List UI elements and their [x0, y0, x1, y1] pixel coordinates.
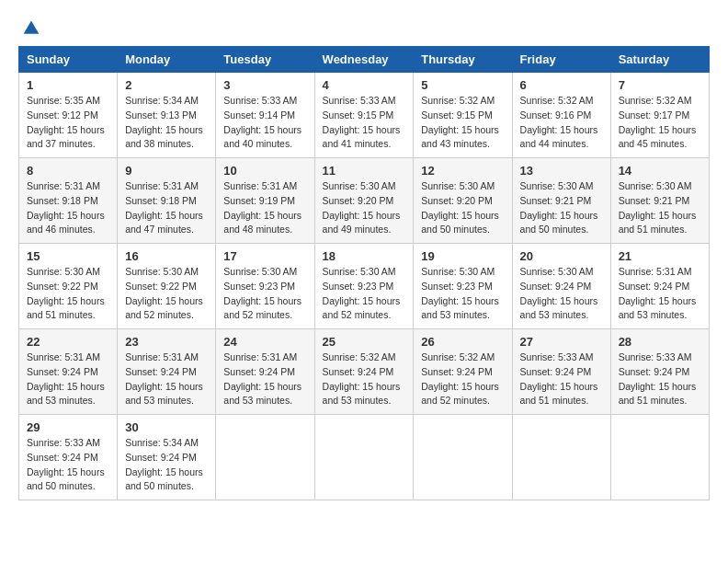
calendar-day-10: 10 Sunrise: 5:31 AMSunset: 9:19 PMDaylig… — [216, 158, 314, 244]
day-info: Sunrise: 5:31 AMSunset: 9:24 PMDaylight:… — [223, 351, 301, 406]
day-number: 14 — [619, 164, 701, 178]
day-info: Sunrise: 5:34 AMSunset: 9:13 PMDaylight:… — [125, 95, 203, 149]
day-info: Sunrise: 5:32 AMSunset: 9:24 PMDaylight:… — [421, 351, 499, 406]
calendar-day-15: 15 Sunrise: 5:30 AMSunset: 9:22 PMDaylig… — [19, 244, 118, 329]
calendar-day-3: 3 Sunrise: 5:33 AMSunset: 9:14 PMDayligh… — [216, 73, 314, 158]
calendar-week-row: 22 Sunrise: 5:31 AMSunset: 9:24 PMDaylig… — [19, 329, 710, 415]
day-info: Sunrise: 5:30 AMSunset: 9:23 PMDaylight:… — [223, 266, 301, 320]
column-header-sunday: Sunday — [19, 47, 118, 73]
day-number: 12 — [421, 164, 504, 178]
day-number: 8 — [27, 164, 109, 178]
day-number: 20 — [520, 249, 603, 263]
column-header-friday: Friday — [512, 47, 610, 73]
day-info: Sunrise: 5:31 AMSunset: 9:24 PMDaylight:… — [125, 351, 203, 406]
column-header-tuesday: Tuesday — [216, 47, 314, 73]
day-number: 3 — [223, 78, 306, 92]
calendar-day-7: 7 Sunrise: 5:32 AMSunset: 9:17 PMDayligh… — [610, 73, 709, 158]
day-number: 18 — [323, 249, 406, 263]
day-number: 26 — [421, 335, 504, 349]
day-info: Sunrise: 5:33 AMSunset: 9:14 PMDaylight:… — [223, 95, 301, 149]
calendar-day-19: 19 Sunrise: 5:30 AMSunset: 9:23 PMDaylig… — [414, 244, 512, 329]
calendar-day-2: 2 Sunrise: 5:34 AMSunset: 9:13 PMDayligh… — [118, 73, 216, 158]
calendar-day-24: 24 Sunrise: 5:31 AMSunset: 9:24 PMDaylig… — [216, 329, 314, 415]
day-number: 17 — [223, 249, 306, 263]
calendar-day-16: 16 Sunrise: 5:30 AMSunset: 9:22 PMDaylig… — [118, 244, 216, 329]
day-info: Sunrise: 5:32 AMSunset: 9:17 PMDaylight:… — [619, 95, 697, 149]
calendar-day-4: 4 Sunrise: 5:33 AMSunset: 9:15 PMDayligh… — [314, 73, 414, 158]
day-number: 16 — [125, 249, 208, 263]
calendar-day-12: 12 Sunrise: 5:30 AMSunset: 9:20 PMDaylig… — [414, 158, 512, 244]
day-info: Sunrise: 5:30 AMSunset: 9:23 PMDaylight:… — [421, 266, 499, 320]
calendar-day-13: 13 Sunrise: 5:30 AMSunset: 9:21 PMDaylig… — [512, 158, 610, 244]
calendar-day-17: 17 Sunrise: 5:30 AMSunset: 9:23 PMDaylig… — [216, 244, 314, 329]
day-number: 25 — [323, 335, 406, 349]
empty-cell — [414, 415, 512, 500]
day-info: Sunrise: 5:33 AMSunset: 9:15 PMDaylight:… — [323, 95, 401, 149]
calendar-week-row: 29 Sunrise: 5:33 AMSunset: 9:24 PMDaylig… — [19, 415, 710, 500]
calendar-day-6: 6 Sunrise: 5:32 AMSunset: 9:16 PMDayligh… — [512, 73, 610, 158]
day-number: 29 — [27, 420, 109, 434]
day-info: Sunrise: 5:30 AMSunset: 9:21 PMDaylight:… — [520, 180, 598, 235]
page-header — [18, 18, 710, 37]
logo — [18, 18, 40, 37]
day-info: Sunrise: 5:30 AMSunset: 9:22 PMDaylight:… — [125, 266, 203, 320]
day-number: 21 — [619, 249, 701, 263]
calendar-week-row: 8 Sunrise: 5:31 AMSunset: 9:18 PMDayligh… — [19, 158, 710, 244]
logo-icon — [22, 18, 40, 37]
empty-cell — [512, 415, 610, 500]
day-number: 4 — [323, 78, 406, 92]
day-info: Sunrise: 5:33 AMSunset: 9:24 PMDaylight:… — [520, 351, 598, 406]
day-info: Sunrise: 5:34 AMSunset: 9:24 PMDaylight:… — [125, 437, 203, 491]
calendar-day-8: 8 Sunrise: 5:31 AMSunset: 9:18 PMDayligh… — [19, 158, 118, 244]
day-number: 28 — [619, 335, 701, 349]
calendar-week-row: 15 Sunrise: 5:30 AMSunset: 9:22 PMDaylig… — [19, 244, 710, 329]
calendar-day-9: 9 Sunrise: 5:31 AMSunset: 9:18 PMDayligh… — [118, 158, 216, 244]
calendar-day-26: 26 Sunrise: 5:32 AMSunset: 9:24 PMDaylig… — [414, 329, 512, 415]
day-info: Sunrise: 5:31 AMSunset: 9:18 PMDaylight:… — [125, 180, 203, 235]
day-info: Sunrise: 5:30 AMSunset: 9:23 PMDaylight:… — [323, 266, 401, 320]
calendar-day-21: 21 Sunrise: 5:31 AMSunset: 9:24 PMDaylig… — [610, 244, 709, 329]
day-number: 19 — [421, 249, 504, 263]
day-number: 27 — [520, 335, 603, 349]
column-header-saturday: Saturday — [610, 47, 709, 73]
day-number: 13 — [520, 164, 603, 178]
day-info: Sunrise: 5:31 AMSunset: 9:24 PMDaylight:… — [27, 351, 105, 406]
empty-cell — [610, 415, 709, 500]
day-info: Sunrise: 5:31 AMSunset: 9:19 PMDaylight:… — [223, 180, 301, 235]
day-info: Sunrise: 5:30 AMSunset: 9:21 PMDaylight:… — [619, 180, 697, 235]
column-header-thursday: Thursday — [414, 47, 512, 73]
day-info: Sunrise: 5:30 AMSunset: 9:24 PMDaylight:… — [520, 266, 598, 320]
calendar-day-18: 18 Sunrise: 5:30 AMSunset: 9:23 PMDaylig… — [314, 244, 414, 329]
day-info: Sunrise: 5:31 AMSunset: 9:18 PMDaylight:… — [27, 180, 105, 235]
day-info: Sunrise: 5:32 AMSunset: 9:15 PMDaylight:… — [421, 95, 499, 149]
calendar-day-20: 20 Sunrise: 5:30 AMSunset: 9:24 PMDaylig… — [512, 244, 610, 329]
day-number: 23 — [125, 335, 208, 349]
day-number: 24 — [223, 335, 306, 349]
day-number: 6 — [520, 78, 603, 92]
calendar-day-30: 30 Sunrise: 5:34 AMSunset: 9:24 PMDaylig… — [118, 415, 216, 500]
calendar-day-5: 5 Sunrise: 5:32 AMSunset: 9:15 PMDayligh… — [414, 73, 512, 158]
calendar-day-27: 27 Sunrise: 5:33 AMSunset: 9:24 PMDaylig… — [512, 329, 610, 415]
day-info: Sunrise: 5:33 AMSunset: 9:24 PMDaylight:… — [619, 351, 697, 406]
day-number: 5 — [421, 78, 504, 92]
calendar-day-22: 22 Sunrise: 5:31 AMSunset: 9:24 PMDaylig… — [19, 329, 118, 415]
day-info: Sunrise: 5:30 AMSunset: 9:20 PMDaylight:… — [421, 180, 499, 235]
day-number: 15 — [27, 249, 109, 263]
column-header-wednesday: Wednesday — [314, 47, 414, 73]
calendar-header-row: SundayMondayTuesdayWednesdayThursdayFrid… — [19, 47, 710, 73]
calendar-day-11: 11 Sunrise: 5:30 AMSunset: 9:20 PMDaylig… — [314, 158, 414, 244]
empty-cell — [314, 415, 414, 500]
day-number: 1 — [27, 78, 109, 92]
empty-cell — [216, 415, 314, 500]
day-info: Sunrise: 5:33 AMSunset: 9:24 PMDaylight:… — [27, 437, 105, 491]
column-header-monday: Monday — [118, 47, 216, 73]
day-number: 2 — [125, 78, 208, 92]
day-info: Sunrise: 5:35 AMSunset: 9:12 PMDaylight:… — [27, 95, 105, 149]
day-number: 7 — [619, 78, 701, 92]
calendar-day-29: 29 Sunrise: 5:33 AMSunset: 9:24 PMDaylig… — [19, 415, 118, 500]
day-number: 11 — [323, 164, 406, 178]
day-info: Sunrise: 5:30 AMSunset: 9:20 PMDaylight:… — [323, 180, 401, 235]
day-number: 9 — [125, 164, 208, 178]
day-info: Sunrise: 5:32 AMSunset: 9:24 PMDaylight:… — [323, 351, 401, 406]
calendar-day-28: 28 Sunrise: 5:33 AMSunset: 9:24 PMDaylig… — [610, 329, 709, 415]
